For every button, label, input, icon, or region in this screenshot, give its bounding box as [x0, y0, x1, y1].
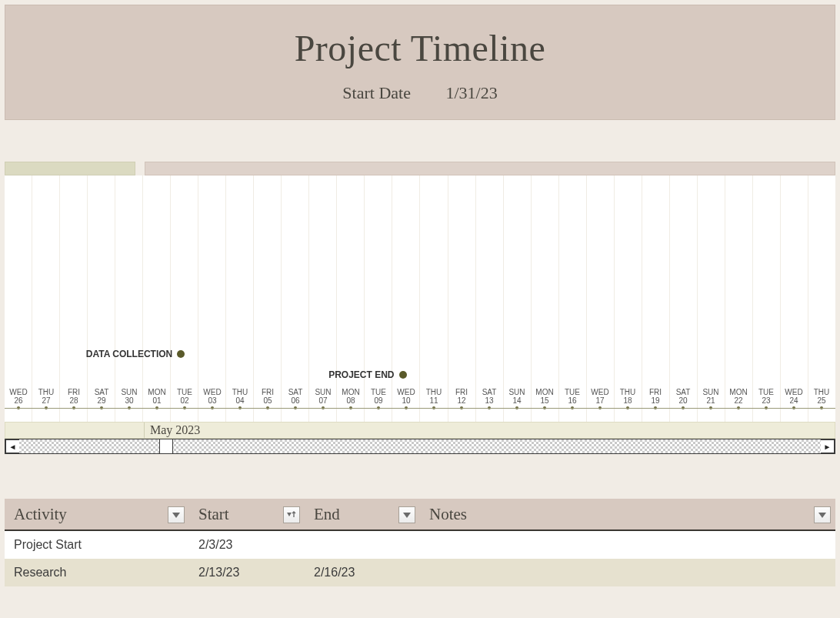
timeline-grid-column: [781, 175, 808, 422]
milestone-dot-icon: [177, 350, 185, 358]
scroll-right-button[interactable]: ►: [821, 439, 835, 453]
start-date-value[interactable]: 1/31/23: [445, 83, 497, 103]
timeline-grid-column: [115, 175, 143, 422]
column-header-activity[interactable]: Activity: [5, 499, 189, 529]
tick-day-number: 30: [115, 396, 143, 405]
tick-day-number: 27: [32, 396, 60, 405]
tick-day-number: 05: [254, 396, 282, 405]
scroll-thumb[interactable]: [159, 439, 173, 454]
tick-day-number: 03: [198, 396, 226, 405]
tick-day-of-week: FRI: [60, 388, 88, 396]
cell-start[interactable]: 2/13/23: [189, 566, 305, 580]
tick-day-number: 15: [531, 396, 558, 405]
timeline-grid: [5, 175, 835, 422]
start-date-label: Start Date: [342, 83, 411, 103]
sort-ascending-icon: [286, 510, 297, 519]
tick-day-of-week: FRI: [448, 388, 475, 396]
timeline-tick: SAT20: [669, 388, 697, 405]
timeline-tick: THU25: [808, 388, 835, 405]
timeline-chart[interactable]: DATA COLLECTIONPROJECT END WED26THU27FRI…: [5, 175, 835, 422]
tick-day-of-week: WED: [198, 388, 226, 396]
timeline-grid-column: [5, 175, 32, 422]
tick-day-number: 28: [60, 396, 88, 405]
tick-day-number: 16: [558, 396, 586, 405]
tick-day-of-week: SUN: [503, 388, 531, 396]
timeline-grid-column: [60, 175, 88, 422]
tick-day-number: 06: [282, 396, 309, 405]
filter-button-end[interactable]: [398, 506, 415, 523]
timeline-milestone-marker[interactable]: PROJECT END: [328, 369, 406, 380]
tick-day-number: 25: [808, 396, 835, 405]
column-header-end[interactable]: End: [305, 499, 420, 529]
tick-day-of-week: SUN: [697, 388, 725, 396]
timeline-grid-column: [615, 175, 642, 422]
chevron-down-icon: [172, 511, 181, 519]
timeline-tick: SUN14: [503, 388, 531, 405]
month-band-divider: [144, 423, 145, 438]
timeline-grid-column: [143, 175, 171, 422]
tick-day-of-week: FRI: [642, 388, 669, 396]
column-header-start[interactable]: Start: [189, 499, 305, 529]
tick-day-number: 08: [337, 396, 365, 405]
cell-end[interactable]: 2/16/23: [305, 566, 420, 580]
timeline-grid-column: [420, 175, 448, 422]
timeline-tick: TUE23: [752, 388, 780, 405]
timeline-tick: SUN21: [697, 388, 725, 405]
timeline-tick: FRI12: [448, 388, 475, 405]
page-title: Project Timeline: [5, 5, 835, 69]
tick-day-number: 10: [392, 396, 420, 405]
timeline-header-bar-right: [145, 162, 835, 175]
tick-day-number: 09: [365, 396, 392, 405]
tick-day-number: 29: [88, 396, 115, 405]
timeline-month-label: May 2023: [150, 423, 200, 437]
table-row[interactable]: Project Start2/3/23: [5, 531, 835, 559]
filter-button-activity[interactable]: [168, 506, 185, 523]
cell-activity[interactable]: Research: [5, 566, 189, 580]
tick-day-number: 24: [780, 396, 808, 405]
timeline-grid-column: [392, 175, 420, 422]
timeline-grid-column: [282, 175, 309, 422]
timeline-tick: MON15: [531, 388, 558, 405]
tick-day-of-week: MON: [725, 388, 752, 396]
chevron-right-icon: ►: [824, 443, 832, 451]
timeline-tick: WED17: [586, 388, 614, 405]
tick-day-number: 07: [309, 396, 337, 405]
timeline-grid-column: [88, 175, 115, 422]
timeline-tick: SAT06: [282, 388, 309, 405]
timeline-grid-column: [559, 175, 587, 422]
tick-day-number: 14: [503, 396, 531, 405]
timeline-grid-column: [642, 175, 670, 422]
tick-day-of-week: THU: [420, 388, 448, 396]
timeline-tick: MON22: [725, 388, 752, 405]
tick-day-of-week: TUE: [365, 388, 392, 396]
activity-table: Activity Start End: [5, 499, 835, 586]
filter-button-notes[interactable]: [814, 506, 831, 523]
timeline-grid-column: [32, 175, 60, 422]
tick-day-number: 23: [752, 396, 780, 405]
timeline-grid-column: [532, 175, 559, 422]
tick-day-number: 02: [171, 396, 198, 405]
cell-start[interactable]: 2/3/23: [189, 538, 305, 552]
timeline: DATA COLLECTIONPROJECT END WED26THU27FRI…: [5, 162, 835, 454]
timeline-tick: SAT29: [88, 388, 115, 405]
tick-day-of-week: SUN: [309, 388, 337, 396]
timeline-axis: WED26THU27FRI28SAT29SUN30MON01TUE02WED03…: [5, 388, 835, 422]
scroll-left-button[interactable]: ◄: [5, 439, 19, 453]
tick-day-of-week: THU: [32, 388, 60, 396]
sort-button-start[interactable]: [283, 506, 300, 523]
tick-day-of-week: FRI: [254, 388, 282, 396]
tick-day-of-week: TUE: [171, 388, 198, 396]
column-header-notes[interactable]: Notes: [420, 499, 835, 529]
cell-activity[interactable]: Project Start: [5, 538, 189, 552]
timeline-header-bar-left: [5, 162, 135, 175]
timeline-milestone-marker[interactable]: DATA COLLECTION: [86, 349, 185, 359]
table-row[interactable]: Research2/13/232/16/23: [5, 559, 835, 586]
timeline-horizontal-scrollbar[interactable]: ◄ ►: [5, 439, 835, 454]
chevron-down-icon: [818, 511, 827, 519]
timeline-tick: WED26: [5, 388, 32, 405]
timeline-tick: WED10: [392, 388, 420, 405]
tick-day-number: 11: [420, 396, 448, 405]
tick-day-of-week: THU: [226, 388, 254, 396]
tick-day-number: 19: [642, 396, 669, 405]
svg-marker-3: [818, 513, 826, 518]
